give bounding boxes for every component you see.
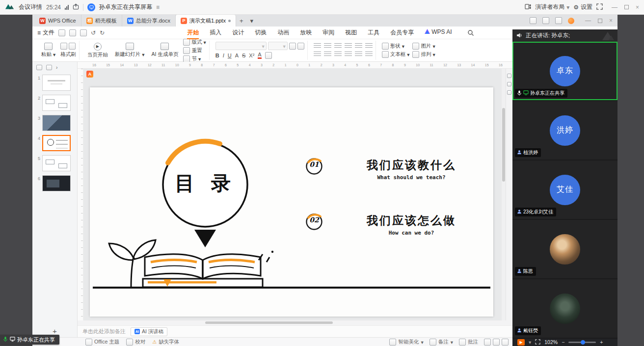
- collaborate-icon[interactable]: [530, 17, 537, 24]
- font-family-select[interactable]: ▾: [215, 42, 267, 50]
- notes-placeholder[interactable]: 单击此处添加备注: [82, 328, 126, 335]
- slide-canvas[interactable]: A: [83, 69, 502, 320]
- maximize-button[interactable]: [598, 19, 602, 23]
- increase-indent-icon[interactable]: [345, 43, 352, 49]
- notes-toggle-button[interactable]: 备注▾: [429, 339, 453, 346]
- skin-icon[interactable]: [555, 17, 562, 24]
- meeting-detail-button[interactable]: 会议详情: [19, 3, 42, 11]
- redo-icon[interactable]: ↻: [100, 29, 105, 36]
- columns-icon[interactable]: [365, 43, 373, 49]
- slide-thumbnail-2[interactable]: 2: [32, 93, 77, 113]
- comments-button[interactable]: 批注: [459, 339, 478, 346]
- char-border-button[interactable]: A: [235, 53, 239, 58]
- text-direction-icon[interactable]: [365, 52, 373, 57]
- collapse-panel-icon[interactable]: ›: [56, 65, 57, 70]
- ribbon-tab-动画[interactable]: 动画: [272, 27, 294, 38]
- slide-thumbnail-6[interactable]: 6: [32, 173, 77, 193]
- close-button[interactable]: ×: [609, 17, 613, 24]
- slideshow-play-button[interactable]: ▶: [517, 339, 525, 346]
- bullets-icon[interactable]: [314, 43, 321, 49]
- picture-button[interactable]: 图片▾: [412, 43, 435, 50]
- align-center-icon[interactable]: [324, 52, 331, 57]
- participant-tile[interactable]: 洪婷植洪婷: [512, 101, 617, 160]
- doc-tab[interactable]: WWPS Office: [34, 15, 81, 27]
- strikethrough-button[interactable]: S: [242, 53, 245, 58]
- close-button[interactable]: ×: [636, 4, 639, 11]
- superscript-button[interactable]: X²: [249, 53, 254, 58]
- ribbon-tab-视图[interactable]: 视图: [340, 27, 362, 38]
- ribbon-tab-会员专享[interactable]: 会员专享: [385, 27, 419, 38]
- new-doc-tab-button[interactable]: +: [236, 15, 247, 27]
- fit-window-icon[interactable]: [535, 339, 540, 346]
- slide-thumbnail-4[interactable]: 4: [32, 133, 77, 153]
- doc-tab[interactable]: P演示文稿1.pptx: [176, 15, 236, 27]
- window-split-icon[interactable]: [542, 17, 549, 24]
- print-preview-icon[interactable]: [80, 29, 87, 36]
- slide-thumbnail-5[interactable]: 5: [32, 153, 77, 173]
- format-painter-button[interactable]: 格式刷: [60, 51, 76, 58]
- normal-view-icon[interactable]: [484, 339, 491, 346]
- smart-beautify-button[interactable]: 智能美化▾: [389, 339, 423, 346]
- zoom-in-button[interactable]: +: [600, 339, 603, 345]
- new-slide-button[interactable]: 新建幻灯片▾: [113, 43, 147, 58]
- textbox-button[interactable]: 文本框▾: [382, 51, 410, 58]
- zoom-slider-thumb[interactable]: [581, 340, 585, 345]
- reading-view-icon[interactable]: [502, 339, 509, 346]
- caret-down-icon[interactable]: ▾: [529, 339, 531, 345]
- font-color-button[interactable]: A: [258, 52, 261, 59]
- ribbon-tab-工具[interactable]: 工具: [363, 27, 384, 38]
- participant-tile[interactable]: 戴钰熒: [512, 279, 617, 338]
- zoom-slider[interactable]: [568, 342, 596, 343]
- paste-button[interactable]: 粘贴▾: [39, 43, 57, 58]
- participant-tile[interactable]: 卓东孙卓东正在共享: [512, 42, 617, 100]
- ribbon-tab-插入[interactable]: 插入: [205, 27, 226, 38]
- ribbon-tab-设计[interactable]: 设计: [227, 27, 249, 38]
- maximize-button[interactable]: [624, 5, 629, 9]
- participant-tile[interactable]: 陈思: [512, 220, 617, 278]
- save-icon[interactable]: [58, 29, 65, 36]
- italic-button[interactable]: I: [223, 53, 224, 58]
- print-icon[interactable]: [69, 29, 76, 36]
- pane-design-icon[interactable]: [507, 90, 511, 95]
- increase-font-icon[interactable]: [289, 43, 296, 50]
- cut-icon[interactable]: [60, 43, 67, 50]
- doc-tab[interactable]: 稻稻壳模板: [81, 15, 122, 27]
- play-from-current-button[interactable]: ▶ 当页开始: [85, 43, 110, 58]
- shape-button[interactable]: 形状▾: [382, 43, 410, 50]
- underline-button[interactable]: U: [228, 53, 232, 58]
- slide-thumbnail-1[interactable]: 1: [32, 73, 77, 93]
- search-icon[interactable]: [467, 29, 474, 36]
- member-center-icon[interactable]: [568, 18, 574, 24]
- ribbon-tab-切换[interactable]: 切换: [250, 27, 271, 38]
- slide-sorter-view-icon[interactable]: [493, 339, 500, 346]
- slide-view-icon[interactable]: [46, 65, 52, 70]
- minimize-button[interactable]: —: [612, 4, 617, 11]
- pane-object-icon[interactable]: [507, 74, 511, 78]
- ribbon-tab-WPS AI[interactable]: WPS AI: [420, 27, 456, 38]
- zoom-out-button[interactable]: −: [562, 339, 564, 345]
- decrease-font-icon[interactable]: [297, 43, 304, 50]
- undo-icon[interactable]: ↺: [91, 29, 96, 36]
- arrange-button[interactable]: 排列▾: [412, 51, 435, 58]
- section-button[interactable]: 节▾: [183, 55, 206, 62]
- ai-speech-script-button[interactable]: AI AI 演讲稿: [131, 327, 167, 336]
- file-menu-button[interactable]: ≡文件: [37, 28, 54, 37]
- ai-single-page-button[interactable]: AI 生成单页: [150, 43, 181, 58]
- font-size-select[interactable]: ▾: [268, 42, 288, 50]
- vertical-scrollbar[interactable]: [502, 69, 506, 320]
- ribbon-tab-开始[interactable]: 开始: [182, 27, 204, 38]
- tab-list-caret-icon[interactable]: ▾: [247, 15, 257, 27]
- ribbon-tab-放映[interactable]: 放映: [295, 27, 317, 38]
- missing-font-status[interactable]: ⚠缺失字体: [152, 339, 179, 346]
- speaker-layout-button[interactable]: 演讲者布局▾: [535, 3, 569, 11]
- outline-view-icon[interactable]: [36, 65, 42, 70]
- highlight-color-icon[interactable]: [265, 52, 272, 59]
- copy-icon[interactable]: [69, 43, 76, 50]
- horizontal-scrollbar[interactable]: [78, 320, 512, 325]
- theme-status[interactable]: Office 主题: [85, 339, 119, 346]
- line-spacing-icon[interactable]: [355, 43, 362, 49]
- doc-tab[interactable]: W总能分享.docx: [122, 15, 176, 27]
- current-slide[interactable]: 目 录 01我们应该教什么What should we teach?02我们应该…: [90, 87, 493, 317]
- numbering-icon[interactable]: [324, 43, 331, 49]
- participant-tile[interactable]: 艾佳23化卓刘艾佳: [512, 160, 617, 219]
